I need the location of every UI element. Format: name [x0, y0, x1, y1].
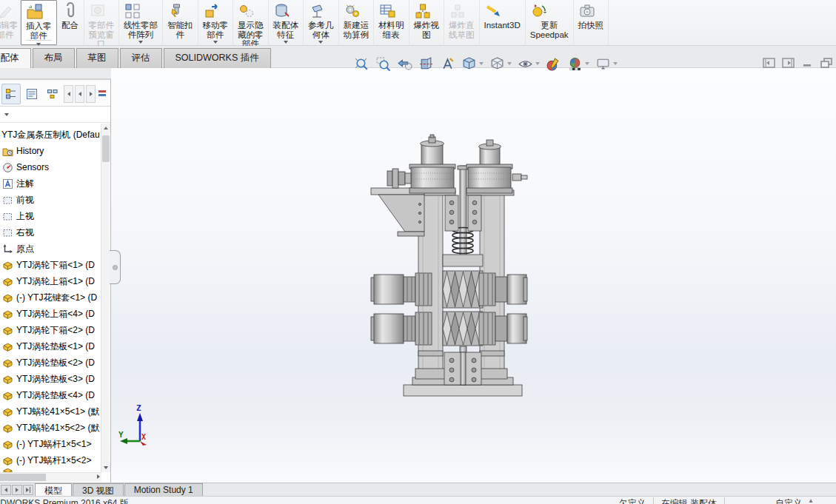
move-component-icon [203, 2, 221, 20]
restore-icon[interactable] [820, 58, 833, 68]
assembly-features-button-inner: 装配体 特征 [273, 1, 299, 39]
mate-button[interactable]: 配合 [57, 0, 84, 45]
chevron-down-icon[interactable] [535, 62, 540, 65]
tree-item[interactable]: (-) YTJ蜗杆1×5<2> [0, 452, 101, 468]
chevron-down-icon[interactable] [479, 62, 484, 65]
move-component-dropdown[interactable] [213, 39, 218, 46]
status-field-3[interactable]: 自定义 [775, 497, 802, 504]
tree-item[interactable]: YTJ涡轮垫板<1> (D [0, 338, 101, 355]
linear-component-pattern-dropdown[interactable] [138, 39, 143, 46]
tree-item[interactable]: 原点 [0, 241, 101, 257]
panel-tab-scroll-left[interactable] [64, 85, 73, 103]
scroll-thumb[interactable] [102, 135, 110, 162]
exploded-view-button-inner: 爆炸视 图 [414, 1, 440, 39]
collapse-pane-right-icon[interactable] [782, 58, 795, 68]
flyout-tree-icon[interactable] [97, 89, 107, 99]
assembly-3d-model[interactable] [361, 133, 531, 400]
panel-splitter-handle[interactable] [110, 250, 121, 284]
document-tab-3[interactable]: Motion Study 1 [124, 483, 203, 496]
take-snapshot-button[interactable]: 拍快照 [574, 0, 609, 45]
status-expand-icon[interactable]: ▲ [808, 497, 814, 504]
bill-of-materials-button[interactable]: 材料明 细表 [374, 0, 409, 45]
show-hidden-components-button[interactable]: 显示隐 藏的零 部件 [233, 0, 269, 45]
move-component-button[interactable]: 移动零 部件 [198, 0, 234, 45]
tree-item[interactable]: Sensors [0, 159, 101, 175]
commandmanager-tab-5[interactable]: SOLIDWORKS 插件 [164, 48, 271, 68]
view-orientation-button[interactable] [460, 55, 485, 73]
dynamic-annotation-views-button[interactable] [438, 55, 457, 73]
tree-item[interactable]: YTJ金属条压制机 (Defau [0, 127, 101, 143]
chevron-down-icon [213, 41, 218, 44]
previous-view-button[interactable] [395, 55, 414, 73]
hscroll-thumb[interactable] [0, 474, 46, 481]
scroll-right-icon[interactable] [97, 474, 100, 479]
panel-tab-featuremanager-tree[interactable] [1, 84, 21, 104]
commandmanager-tab-3[interactable]: 草图 [76, 48, 118, 68]
scroll-down-icon[interactable] [101, 463, 110, 472]
scroll-up-icon[interactable] [101, 124, 110, 132]
commandmanager-tab-4[interactable]: 评估 [120, 48, 162, 68]
assembly-features-dropdown[interactable] [284, 39, 288, 46]
graphics-viewport[interactable]: Z Y X [111, 68, 836, 483]
tab-scroll-right-icon[interactable] [12, 485, 22, 495]
tree-item[interactable]: 右视 [0, 224, 101, 241]
featuremanager-filter-row[interactable] [0, 107, 110, 123]
edit-appearance-icon [546, 56, 561, 72]
panel-tab-propertymanager[interactable] [22, 84, 41, 104]
tree-item[interactable]: History [0, 143, 101, 159]
tree-item[interactable]: YTJ涡轮下箱<2> (D [0, 322, 101, 338]
reference-geometry-dropdown[interactable] [318, 39, 323, 46]
tree-horizontal-scrollbar[interactable] [0, 472, 101, 482]
collapse-pane-left-icon[interactable] [763, 58, 775, 68]
tree-item[interactable]: 前视 [0, 192, 101, 208]
tab-scroll-last-icon[interactable] [23, 485, 33, 495]
tree-item[interactable]: YTJ涡轮垫板<4> (D [0, 387, 101, 403]
panel-tab-scroll-left2[interactable] [75, 85, 84, 103]
minimize-icon[interactable] [801, 58, 814, 68]
commandmanager-tab-2[interactable]: 布局 [33, 48, 75, 68]
tree-item[interactable]: (-) YTJ蜗杆1×5<1> [0, 436, 101, 452]
display-style-button[interactable] [488, 55, 513, 73]
instant3d-button[interactable]: Instant3D [480, 0, 526, 45]
smart-fasteners-button[interactable]: 智能扣 件 [163, 0, 198, 45]
exploded-view-button[interactable]: 爆炸视 图 [409, 0, 445, 45]
tree-item[interactable]: 上视 [0, 208, 101, 224]
panel-tab-scroll-right[interactable] [86, 85, 96, 103]
tree-item[interactable]: 注解 [0, 175, 101, 192]
section-view-button[interactable] [417, 55, 435, 73]
explode-line-sketch-button: 爆炸直 线草图 [444, 0, 480, 45]
edit-appearance-button[interactable] [544, 55, 563, 73]
tree-item[interactable]: YTJ蜗轮41×5<1> (默 [0, 403, 101, 420]
zoom-to-area-button[interactable] [374, 55, 392, 73]
panel-tab-configurationmanager[interactable] [43, 84, 62, 104]
part-icon [2, 406, 13, 417]
document-tab-2[interactable]: 3D 视图 [73, 483, 124, 496]
new-motion-study-button[interactable]: 新建运 动算例 [339, 0, 375, 45]
tree-item-label: YTJ蜗轮41×5<2> (默 [16, 422, 99, 434]
view-settings-button[interactable] [594, 55, 619, 73]
tree-item[interactable]: YTJ涡轮垫板<3> (D [0, 371, 101, 387]
zoom-to-fit-button[interactable] [352, 55, 371, 73]
document-tab-1[interactable]: 模型 [35, 483, 72, 496]
update-speedpak-button[interactable]: 更新 Speedpak [526, 0, 574, 45]
tree-item[interactable]: YTJ涡轮上箱<1> (D [0, 273, 101, 289]
chevron-down-icon[interactable] [585, 62, 589, 65]
reference-geometry-button[interactable]: 参考几 何体 [304, 0, 339, 45]
tree-vertical-scrollbar[interactable] [101, 124, 110, 472]
filter-dropdown-icon[interactable] [4, 113, 9, 116]
tree-item[interactable]: YTJ涡轮垫板<2> (D [0, 355, 101, 371]
linear-component-pattern-button[interactable]: 线性零部 件阵列 [119, 0, 163, 45]
hide-show-items-button[interactable] [516, 55, 541, 73]
commandmanager-tab-1[interactable]: 装配体 [0, 48, 31, 68]
mate-label: 配合 [61, 21, 79, 30]
chevron-down-icon[interactable] [507, 62, 512, 65]
insert-component-button[interactable]: 插入零 部件 [21, 0, 57, 45]
assembly-features-button[interactable]: 装配体 特征 [269, 0, 304, 45]
tree-item[interactable]: (-) YTJ花键套<1> (D [0, 289, 101, 306]
tab-scroll-left-icon[interactable] [1, 485, 11, 495]
tree-item[interactable]: YTJ涡轮下箱<1> (D [0, 257, 101, 273]
apply-scene-button[interactable] [566, 55, 591, 73]
tree-item[interactable]: YTJ蜗轮41×5<2> (默 [0, 420, 101, 436]
chevron-down-icon[interactable] [613, 62, 618, 65]
tree-item[interactable]: YTJ涡轮上箱<4> (D [0, 306, 101, 322]
